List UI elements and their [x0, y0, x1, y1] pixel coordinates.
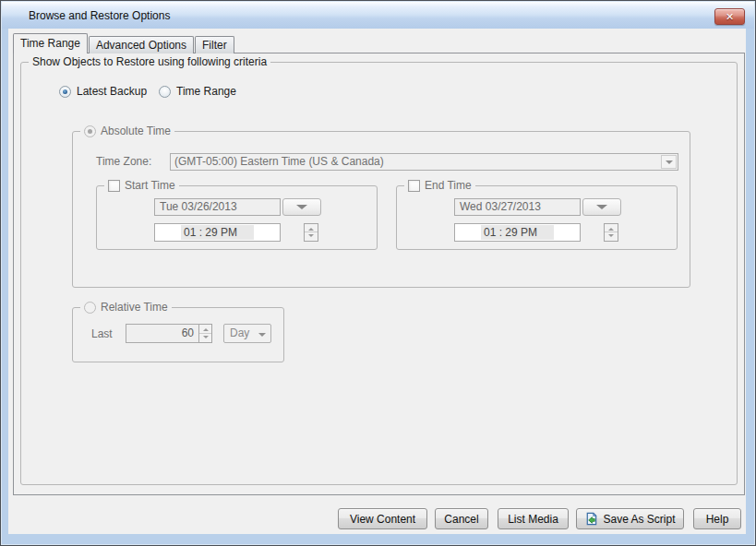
start-time-checkbox[interactable]	[108, 180, 120, 192]
close-button[interactable]: ✕	[714, 8, 745, 25]
tab-label: Filter	[202, 39, 227, 52]
radio-icon	[159, 86, 171, 98]
criteria-groupbox: Show Objects to Restore using following …	[20, 62, 738, 485]
close-icon: ✕	[726, 11, 734, 22]
start-time-spinner[interactable]	[304, 223, 318, 242]
start-time-field[interactable]: 01 : 29 PM	[154, 223, 281, 242]
script-file-icon	[584, 512, 598, 526]
titlebar: Browse and Restore Options ✕	[2, 2, 754, 29]
start-date-dropdown-button[interactable]	[282, 198, 321, 216]
end-date-dropdown-button[interactable]	[582, 198, 621, 216]
tab-time-range[interactable]: Time Range	[13, 33, 88, 53]
list-media-button[interactable]: List Media	[498, 508, 569, 529]
chevron-up-icon[interactable]	[305, 224, 318, 232]
help-button[interactable]: Help	[693, 508, 741, 529]
time-range-tab-panel: Show Objects to Restore using following …	[13, 53, 745, 495]
tab-advanced-options[interactable]: Advanced Options	[89, 36, 194, 53]
last-label: Last	[91, 327, 113, 340]
dialog-body: Time Range Advanced Options Filter Show …	[8, 29, 746, 534]
tab-strip: Time Range Advanced Options Filter	[13, 33, 235, 53]
chevron-up-icon[interactable]	[605, 224, 618, 232]
tab-filter[interactable]: Filter	[195, 36, 234, 53]
cancel-button[interactable]: Cancel	[435, 508, 488, 529]
radio-label: Time Range	[176, 85, 236, 98]
end-time-checkbox[interactable]	[408, 180, 420, 192]
chevron-down-icon[interactable]	[605, 232, 618, 241]
dialog-title: Browse and Restore Options	[29, 9, 170, 22]
time-zone-combobox[interactable]: (GMT-05:00) Eastern Time (US & Canada)	[170, 153, 678, 171]
checkbox-label: Start Time	[125, 179, 175, 193]
time-value: 01 : 29 PM	[181, 225, 254, 240]
end-date-field[interactable]: Wed 03/27/2013	[454, 198, 581, 216]
end-time-spinner[interactable]	[604, 223, 618, 242]
criteria-groupbox-label: Show Objects to Restore using following …	[29, 55, 270, 69]
absolute-time-radio[interactable]: Absolute Time	[80, 125, 174, 138]
relative-unit-combobox[interactable]: Day	[223, 324, 271, 343]
relative-time-radio[interactable]: Relative Time	[80, 301, 172, 315]
radio-latest-backup[interactable]: Latest Backup	[59, 85, 147, 98]
dialog-browse-restore-options: Browse and Restore Options ✕ Time Range …	[0, 0, 756, 546]
chevron-down-icon[interactable]	[661, 155, 677, 169]
tab-label: Time Range	[20, 37, 80, 50]
view-content-button[interactable]: View Content	[338, 508, 427, 529]
chevron-down-icon[interactable]	[199, 333, 211, 342]
groupbox-label: Absolute Time	[101, 125, 171, 138]
radio-label: Latest Backup	[77, 85, 147, 98]
start-date-field[interactable]: Tue 03/26/2013	[154, 198, 281, 216]
radio-icon	[84, 302, 96, 314]
groupbox-label: Relative Time	[101, 301, 168, 315]
checkbox-label: End Time	[425, 179, 472, 193]
relative-amount-spinner[interactable]	[199, 324, 212, 343]
time-zone-label: Time Zone:	[96, 155, 151, 168]
radio-icon	[59, 86, 71, 98]
relative-time-groupbox: Relative Time Last 60 Day	[72, 307, 284, 362]
end-time-field[interactable]: 01 : 29 PM	[454, 223, 581, 242]
end-time-checkbox-row[interactable]: End Time	[404, 179, 475, 193]
unit-value: Day	[230, 326, 249, 339]
time-value: 01 : 29 PM	[481, 225, 554, 240]
save-as-script-button[interactable]: Save As Script	[576, 508, 684, 529]
chevron-down-icon[interactable]	[305, 232, 318, 241]
absolute-time-groupbox: Absolute Time Time Zone: (GMT-05:00) Eas…	[72, 131, 690, 288]
chevron-down-icon	[296, 205, 307, 215]
radio-time-range[interactable]: Time Range	[159, 85, 236, 98]
relative-amount-field[interactable]: 60	[126, 324, 199, 343]
start-time-groupbox: Start Time Tue 03/26/2013 01 : 29 PM	[96, 185, 378, 250]
start-time-checkbox-row[interactable]: Start Time	[104, 179, 179, 193]
chevron-down-icon	[596, 205, 607, 215]
radio-icon	[84, 125, 96, 137]
time-zone-value: (GMT-05:00) Eastern Time (US & Canada)	[174, 155, 384, 168]
tab-label: Advanced Options	[96, 39, 186, 52]
end-time-groupbox: End Time Wed 03/27/2013 01 : 29 PM	[396, 185, 678, 250]
chevron-down-icon	[258, 333, 266, 340]
